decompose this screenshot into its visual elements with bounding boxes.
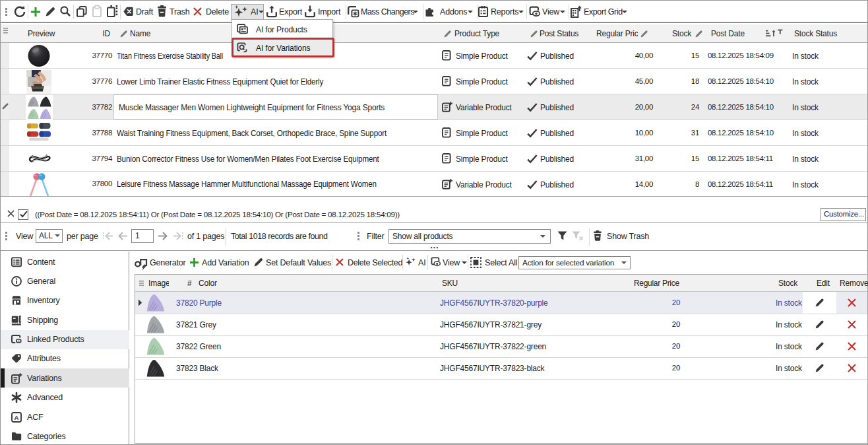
- svg-text:A: A: [15, 413, 19, 421]
